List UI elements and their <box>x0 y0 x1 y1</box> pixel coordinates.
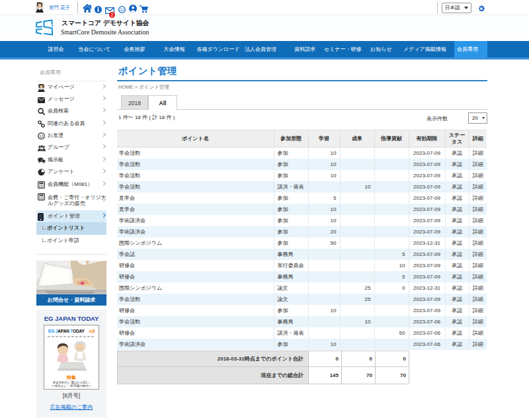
svg-text:2: 2 <box>111 13 114 17</box>
